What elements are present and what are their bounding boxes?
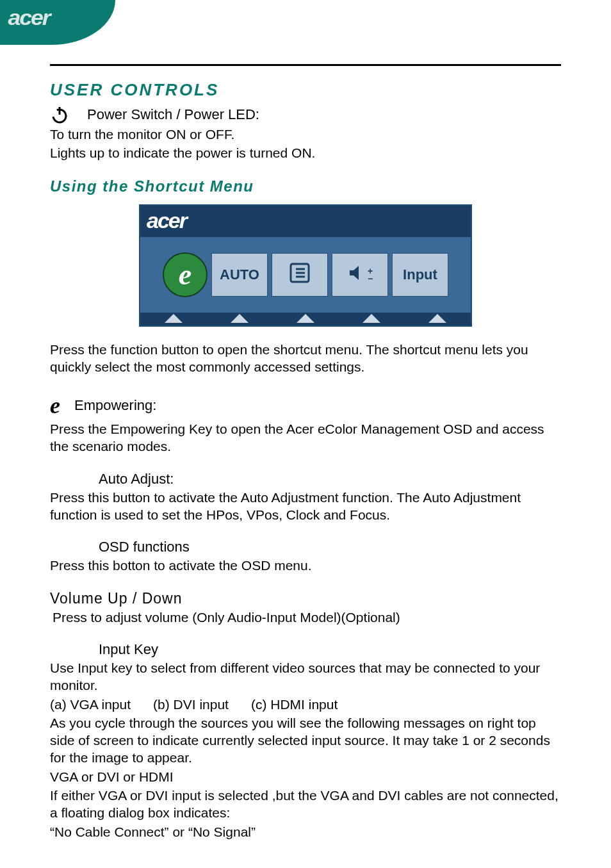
auto-adjust-label: Auto Adjust: (99, 471, 174, 487)
empowering-e-icon: e (50, 392, 60, 419)
volume-desc: Press to adjust volume (Only Audio-Input… (53, 609, 561, 626)
osd-footer-arrows (140, 313, 471, 325)
power-icon (50, 105, 69, 124)
power-label: Power Switch / Power LED: (87, 106, 259, 123)
horizontal-rule (50, 64, 561, 66)
osd-volume-button[interactable]: +− (332, 253, 388, 297)
brand-corner-badge: acer (0, 0, 115, 45)
arrow-up-icon (231, 314, 248, 323)
auto-adjust-desc: Press this button to activate the Auto A… (50, 489, 561, 524)
osd-button-row: e AUTO (140, 237, 471, 313)
power-desc-2: Lights up to indicate the power is turne… (50, 144, 561, 161)
input-key-label: Input Key (99, 641, 158, 658)
osd-auto-button[interactable]: AUTO (211, 253, 268, 297)
shortcut-desc: Press the function button to open the sh… (50, 341, 561, 376)
section-title-user-controls: USER CONTROLS (50, 80, 561, 100)
volume-label: Volume Up / Down (50, 590, 561, 607)
osd-input-button[interactable]: Input (392, 253, 448, 297)
speaker-icon (347, 263, 366, 286)
input-key-l2: (a) VGA input (b) DVI input (c) HDMI inp… (50, 696, 561, 713)
empowering-label: Empowering: (74, 397, 156, 414)
empowering-e-icon: e (179, 258, 191, 291)
osd-empowering-button[interactable]: e (163, 252, 208, 297)
acer-logo: acer (8, 5, 49, 30)
arrow-up-icon (428, 314, 446, 323)
osd-functions-desc: Press this botton to activate the OSD me… (50, 557, 561, 574)
input-key-l1: Use Input key to select from different v… (50, 659, 561, 694)
power-desc-1: To turn the monitor ON or OFF. (50, 126, 561, 143)
input-key-l3: As you cycle through the sources you wil… (50, 714, 561, 767)
osd-menu-button[interactable] (272, 253, 328, 297)
power-row: Power Switch / Power LED: (50, 105, 561, 124)
arrow-up-icon (297, 314, 314, 323)
arrow-up-icon (363, 314, 380, 323)
input-key-l4: VGA or DVI or HDMI (50, 768, 561, 785)
osd-functions-label: OSD functions (99, 539, 190, 555)
arrow-up-icon (165, 314, 183, 323)
osd-panel: acer e AUTO (139, 204, 472, 327)
input-key-l6: “No Cable Connect” or “No Signal” (50, 823, 561, 840)
osd-auto-label: AUTO (220, 266, 259, 283)
page-content: USER CONTROLS Power Switch / Power LED: … (0, 45, 611, 867)
osd-input-label: Input (403, 266, 437, 283)
empowering-desc: Press the Empowering Key to open the Ace… (50, 420, 561, 455)
plus-minus-icon: +− (368, 267, 373, 283)
section-title-shortcut-menu: Using the Shortcut Menu (50, 177, 561, 195)
input-key-l5: If either VGA or DVI input is selected ,… (50, 787, 561, 822)
empowering-heading-row: e Empowering: (50, 392, 561, 419)
osd-titlebar: acer (140, 206, 471, 237)
menu-list-icon (288, 261, 311, 288)
acer-logo-osd: acer (147, 208, 186, 233)
